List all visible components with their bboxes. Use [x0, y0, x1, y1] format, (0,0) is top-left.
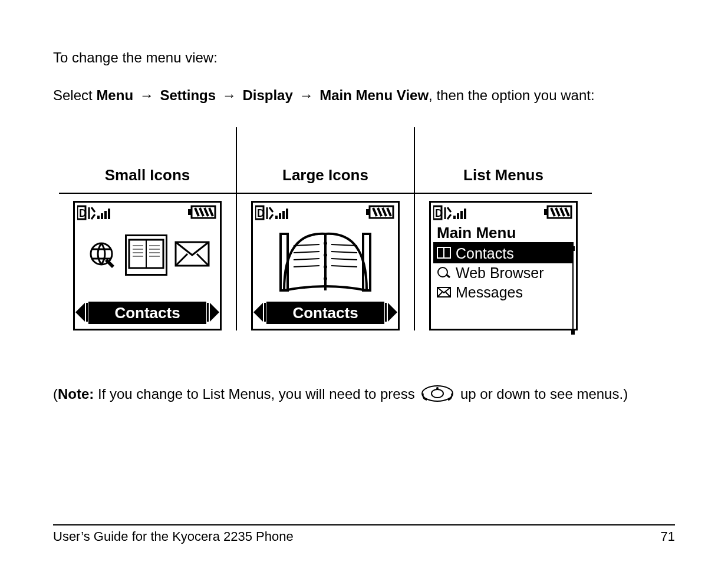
note-text-before: If you change to List Menus, you will ne… [94, 386, 419, 402]
column-header-list: List Menus [415, 139, 592, 193]
envelope-icon [437, 284, 451, 301]
nav-key-icon [421, 385, 454, 408]
list-item: Web Browser [433, 263, 574, 283]
svg-text:D: D [257, 207, 265, 219]
svg-rect-26 [366, 209, 370, 215]
lcd-large-icons: D [251, 201, 400, 330]
path-menu: Menu [96, 87, 133, 103]
selected-label: Contacts [114, 304, 180, 322]
svg-rect-4 [104, 211, 107, 219]
svg-rect-44 [453, 216, 456, 219]
path-settings: Settings [160, 87, 216, 103]
note-text-after: up or down to see menus.) [460, 386, 628, 402]
svg-point-38 [324, 242, 327, 245]
svg-rect-2 [97, 216, 100, 219]
list-item-label: Messages [456, 284, 523, 301]
digital-signal-icon: D [255, 205, 291, 223]
svg-rect-23 [282, 211, 285, 219]
footer-title: User’s Guide for the Kyocera 2235 Phone [53, 529, 294, 544]
note-paragraph: (Note: If you change to List Menus, you … [53, 384, 675, 406]
menu-path-instruction: Select Menu → Settings → Display → Main … [53, 85, 675, 106]
right-arrow-icon [210, 303, 219, 322]
select-prefix: Select [53, 87, 96, 103]
page-number: 71 [661, 529, 675, 544]
note-open-paren: ( [53, 386, 58, 402]
view-options-table: Small Icons D [59, 127, 675, 330]
select-suffix: , then the option you want: [429, 87, 595, 103]
envelope-icon [174, 241, 210, 269]
page-footer: User’s Guide for the Kyocera 2235 Phone … [53, 524, 675, 544]
svg-rect-3 [101, 213, 103, 219]
column-list-menus: List Menus D [415, 127, 592, 330]
svg-line-35 [331, 252, 357, 253]
svg-point-55 [431, 389, 443, 398]
lcd-list-menus: D [429, 201, 578, 330]
svg-point-39 [324, 253, 327, 257]
path-display: Display [242, 87, 292, 103]
battery-icon [188, 205, 218, 223]
svg-rect-47 [464, 209, 466, 219]
contacts-icon [437, 245, 451, 262]
selected-label-bar: Contacts [88, 302, 206, 324]
svg-rect-5 [108, 209, 110, 219]
path-arrow: → [137, 87, 156, 103]
svg-rect-49 [544, 209, 548, 215]
list-item-label: Contacts [456, 245, 514, 262]
svg-rect-7 [188, 209, 192, 215]
svg-line-32 [294, 259, 319, 260]
svg-point-40 [324, 265, 327, 269]
column-header-small: Small Icons [59, 139, 236, 193]
left-arrow-icon [253, 303, 263, 322]
svg-line-37 [331, 266, 357, 267]
svg-text:D: D [435, 207, 443, 219]
svg-line-33 [294, 266, 319, 267]
column-small-icons: Small Icons D [59, 127, 237, 330]
list-menu-title: Main Menu [433, 223, 574, 244]
selected-label: Contacts [292, 304, 358, 322]
selected-label-bar: Contacts [266, 302, 384, 324]
svg-rect-46 [460, 211, 463, 219]
right-arrow-icon [388, 303, 397, 322]
svg-rect-22 [279, 213, 281, 219]
digital-signal-icon: D [433, 205, 469, 223]
list-item-label: Web Browser [456, 265, 544, 282]
contacts-large-icon [272, 226, 378, 299]
path-arrow: → [220, 87, 239, 103]
svg-rect-21 [275, 216, 278, 219]
column-header-large: Large Icons [237, 139, 414, 193]
globe-icon [437, 265, 451, 282]
contacts-icon [125, 234, 167, 276]
svg-text:D: D [79, 207, 87, 219]
svg-line-36 [331, 259, 357, 260]
globe-icon [85, 237, 118, 273]
svg-point-56 [436, 387, 439, 389]
left-arrow-icon [75, 303, 85, 322]
path-main-menu-view: Main Menu View [319, 87, 429, 103]
path-arrow: → [297, 87, 315, 103]
svg-rect-45 [457, 213, 459, 219]
scrollbar-stub [571, 246, 575, 335]
list-item: Messages [433, 283, 574, 302]
svg-point-41 [324, 277, 327, 280]
battery-icon [366, 205, 396, 223]
list-item: Contacts [433, 244, 574, 263]
intro-text: To change the menu view: [53, 47, 675, 68]
note-label: Note: [58, 386, 94, 402]
lcd-small-icons: D [73, 201, 222, 330]
column-large-icons: Large Icons D [237, 127, 415, 330]
battery-icon [544, 205, 574, 223]
svg-rect-24 [286, 209, 288, 219]
digital-signal-icon: D [77, 205, 113, 223]
svg-line-31 [294, 252, 319, 253]
